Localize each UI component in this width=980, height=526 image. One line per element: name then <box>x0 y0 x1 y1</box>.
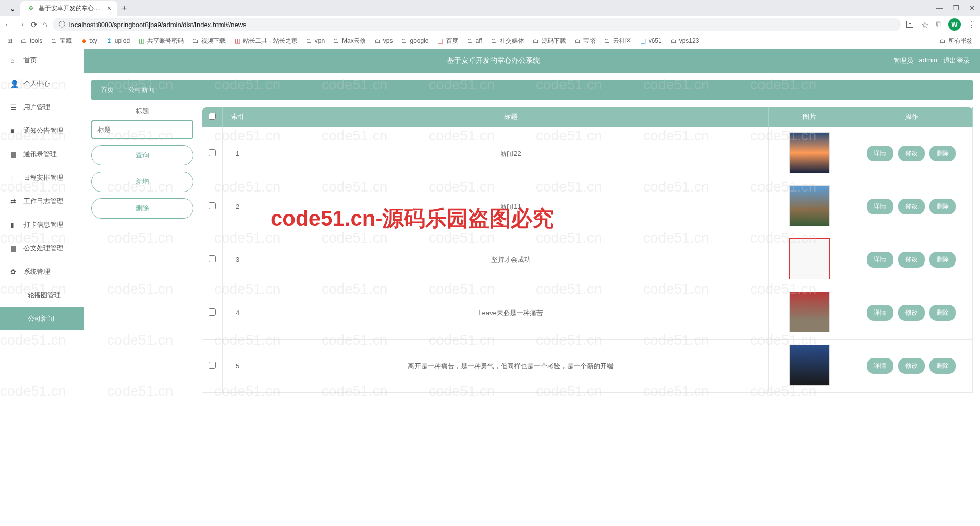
bookmark-item[interactable]: 🗀视频下载 <box>189 35 229 47</box>
row-index: 4 <box>223 286 253 340</box>
detail-button[interactable]: 详情 <box>867 305 893 321</box>
row-title: 新闻22 <box>253 127 769 180</box>
notice-icon: ■ <box>10 127 18 135</box>
row-checkbox[interactable] <box>209 149 216 156</box>
sidebar-item-home[interactable]: ⌂首页 <box>0 49 84 72</box>
home-button[interactable]: ⌂ <box>42 20 47 29</box>
bookmark-item[interactable]: 🗀vps <box>371 35 396 46</box>
bookmark-item[interactable]: 🗀Max云修 <box>330 35 369 47</box>
sidebar-item-notice[interactable]: ■通知公告管理 <box>0 119 84 142</box>
bookmark-item[interactable]: ↥uplod <box>103 35 133 46</box>
sidebar-item-users[interactable]: ☰用户管理 <box>0 95 84 119</box>
row-checkbox[interactable] <box>209 255 216 262</box>
reload-button[interactable]: ⟳ <box>31 20 37 30</box>
close-tab-icon[interactable]: × <box>107 4 111 12</box>
query-button[interactable]: 查询 <box>91 145 193 165</box>
address-bar[interactable]: ⓘ localhost:8080/springboot8jba9/admin/d… <box>53 18 901 31</box>
logout-link[interactable]: 退出登录 <box>943 56 970 65</box>
bookmark-item[interactable]: 🗀vps123 <box>667 35 702 46</box>
sidebar-sub-news[interactable]: 公司新闻 <box>0 307 84 330</box>
row-thumbnail[interactable] <box>789 185 830 226</box>
bookmark-item[interactable]: 🗀tools <box>17 35 45 46</box>
sidebar-sub-carousel[interactable]: 轮播图管理 <box>0 283 84 307</box>
key-icon[interactable]: ⚿ <box>906 20 914 29</box>
row-checkbox[interactable] <box>209 202 216 209</box>
bookmark-item[interactable]: ◫百度 <box>434 35 461 47</box>
users-icon: ☰ <box>10 103 18 111</box>
row-checkbox[interactable] <box>209 308 216 316</box>
bookmark-item[interactable]: 🗀google <box>398 35 431 46</box>
extensions-icon[interactable]: ⧉ <box>936 20 941 29</box>
user-role: 管理员 <box>893 56 913 65</box>
search-panel: 标题 查询 新增 删除 <box>91 107 193 393</box>
add-button[interactable]: 新增 <box>91 172 193 192</box>
new-tab-button[interactable]: + <box>121 3 127 14</box>
detail-button[interactable]: 详情 <box>867 252 893 268</box>
sidebar-item-schedule[interactable]: ▦日程安排管理 <box>0 166 84 189</box>
delete-row-button[interactable]: 删除 <box>929 252 956 268</box>
edit-button[interactable]: 修改 <box>898 199 925 214</box>
bookmark-item[interactable]: 🗀所有书签 <box>936 35 976 47</box>
browser-tab[interactable]: ❖ 基于安卓开发的掌心办公系统 × <box>20 1 117 16</box>
contacts-icon: ▦ <box>10 150 18 158</box>
bookmark-item[interactable]: ◆txy <box>77 35 100 46</box>
table-row: 3 坚持才会成功 详情 修改 删除 <box>202 233 973 286</box>
row-thumbnail[interactable] <box>789 345 830 386</box>
app-title: 基于安卓开发的掌心办公系统 <box>94 56 893 65</box>
bookmark-item[interactable]: 🗀社交媒体 <box>487 35 527 47</box>
content-area: 首页 ≡ 公司新闻 标题 查询 新增 删除 <box>84 73 980 526</box>
delete-button[interactable]: 删除 <box>91 198 193 219</box>
bookmark-item[interactable]: 🗀vpn <box>303 35 328 46</box>
row-title: 新闻11 <box>253 180 769 233</box>
row-index: 2 <box>223 180 253 233</box>
sidebar-item-personal[interactable]: 👤个人中心 <box>0 72 84 95</box>
bookmark-item[interactable]: 🗀宝藏 <box>47 35 75 47</box>
edit-button[interactable]: 修改 <box>898 358 925 374</box>
row-thumbnail[interactable] <box>789 132 830 173</box>
bookmark-item[interactable]: 🗀云社区 <box>601 35 634 47</box>
delete-row-button[interactable]: 删除 <box>929 358 956 374</box>
bookmark-item[interactable]: 🗀源码下载 <box>529 35 569 47</box>
bookmark-item[interactable]: ◫站长工具 - 站长之家 <box>231 35 301 47</box>
col-index: 索引 <box>223 107 253 127</box>
edit-button[interactable]: 修改 <box>898 252 925 268</box>
maximize-icon[interactable]: ❐ <box>953 4 959 12</box>
star-icon[interactable]: ☆ <box>921 20 928 30</box>
tab-search-icon[interactable]: ⌄ <box>7 3 17 13</box>
sidebar-item-system[interactable]: ✿系统管理 <box>0 260 84 283</box>
edit-button[interactable]: 修改 <box>898 305 925 321</box>
sidebar-item-checkin[interactable]: ▮打卡信息管理 <box>0 213 84 236</box>
search-input[interactable] <box>91 120 193 139</box>
bookmark-item[interactable]: ◫共享账号密码 <box>135 35 187 47</box>
detail-button[interactable]: 详情 <box>867 358 893 374</box>
forward-button[interactable]: → <box>17 20 26 29</box>
sidebar-item-worklog[interactable]: ⇄工作日志管理 <box>0 189 84 213</box>
row-checkbox[interactable] <box>209 362 216 369</box>
row-thumbnail[interactable] <box>789 238 830 279</box>
bookmark-item[interactable]: 🗀宝塔 <box>571 35 599 47</box>
edit-button[interactable]: 修改 <box>898 146 925 161</box>
row-index: 3 <box>223 233 253 286</box>
detail-button[interactable]: 详情 <box>867 199 893 214</box>
profile-avatar[interactable]: W <box>948 18 961 31</box>
apps-icon[interactable]: ⊞ <box>4 35 15 46</box>
delete-row-button[interactable]: 删除 <box>929 305 956 321</box>
browser-toolbar: ← → ⟳ ⌂ ⓘ localhost:8080/springboot8jba9… <box>0 16 980 33</box>
select-all-checkbox[interactable] <box>209 113 216 120</box>
delete-row-button[interactable]: 删除 <box>929 146 956 161</box>
sidebar-item-contacts[interactable]: ▦通讯录管理 <box>0 142 84 166</box>
menu-icon[interactable]: ⋮ <box>968 20 976 30</box>
close-window-icon[interactable]: ✕ <box>969 4 975 12</box>
bookmark-item[interactable]: ◫v651 <box>636 35 665 46</box>
sidebar: ⌂首页 👤个人中心 ☰用户管理 ■通知公告管理 ▦通讯录管理 ▦日程安排管理 ⇄… <box>0 49 84 526</box>
bookmark-item[interactable]: 🗀aff <box>463 35 485 46</box>
row-title: 坚持才会成功 <box>253 233 769 286</box>
row-thumbnail[interactable] <box>789 292 830 332</box>
back-button[interactable]: ← <box>4 20 12 29</box>
sidebar-item-document[interactable]: ▤公文处理管理 <box>0 236 84 260</box>
breadcrumb-home[interactable]: 首页 <box>101 85 114 94</box>
checkin-icon: ▮ <box>10 221 18 229</box>
delete-row-button[interactable]: 删除 <box>929 199 956 214</box>
minimize-icon[interactable]: — <box>936 4 943 12</box>
detail-button[interactable]: 详情 <box>867 146 893 161</box>
